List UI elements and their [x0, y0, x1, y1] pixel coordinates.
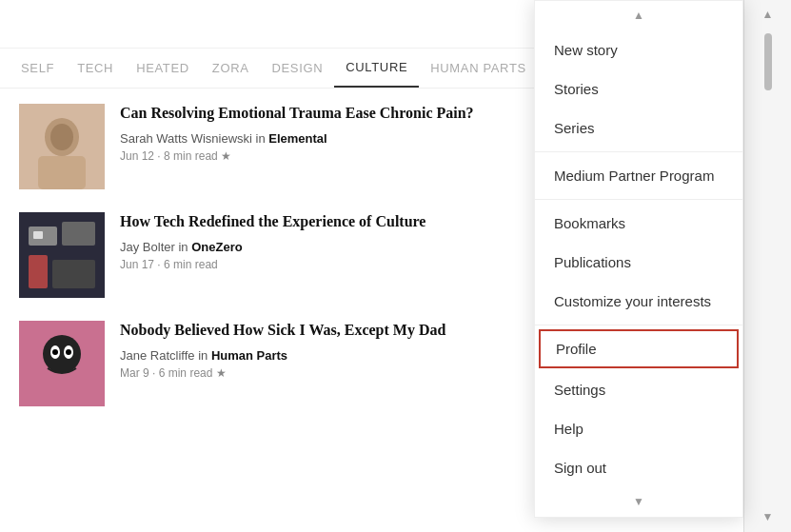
dropdown-customize[interactable]: Customize your interests — [535, 282, 742, 321]
nav-item-design[interactable]: DESIGN — [261, 49, 335, 87]
dropdown-help[interactable]: Help — [535, 409, 742, 448]
nav-item-human-parts[interactable]: HUMAN PARTS — [419, 49, 538, 87]
nav-item-self[interactable]: SELF — [10, 49, 66, 87]
scroll-down-arrow[interactable]: ▼ — [535, 487, 742, 517]
article-info-2: How Tech Redefined the Experience of Cul… — [120, 212, 563, 271]
article-author-1: Sarah Watts Wisniewski in Elemental — [120, 131, 563, 146]
article-thumb-2 — [19, 212, 105, 298]
article-info-1: Can Resolving Emotional Trauma Ease Chro… — [120, 104, 563, 163]
svg-point-20 — [66, 349, 71, 355]
nav-item-heated[interactable]: HEATED — [125, 49, 201, 87]
dropdown-sign-out[interactable]: Sign out — [535, 448, 742, 487]
dropdown-publications[interactable]: Publications — [535, 243, 742, 282]
dropdown-divider-2 — [535, 199, 742, 200]
article-author-3: Jane Ratcliffe in Human Parts — [120, 348, 563, 363]
article-title-1[interactable]: Can Resolving Emotional Trauma Ease Chro… — [120, 104, 563, 124]
article-author-2: Jay Bolter in OneZero — [120, 240, 563, 254]
article-meta-3: Mar 9 · 6 min read ★ — [120, 366, 563, 380]
article-image-3 — [19, 321, 105, 406]
scrollbar-thumb[interactable] — [764, 33, 772, 90]
article-meta-1: Jun 12 · 8 min read ★ — [120, 149, 563, 163]
nav-item-zora[interactable]: ZORA — [201, 49, 261, 87]
dropdown-series[interactable]: Series — [535, 108, 742, 148]
dropdown-partner-program[interactable]: Medium Partner Program — [535, 156, 742, 195]
article-list: Can Resolving Emotional Trauma Ease Chro… — [0, 89, 582, 532]
nav-item-culture[interactable]: CULTURE — [334, 49, 419, 88]
scroll-up-arrow[interactable]: ▲ — [535, 1, 742, 30]
svg-rect-12 — [29, 255, 48, 288]
article-card-2[interactable]: How Tech Redefined the Experience of Cul… — [19, 212, 563, 298]
article-thumb-1 — [19, 104, 105, 189]
scrollbar-down-arrow[interactable]: ▼ — [744, 502, 791, 532]
article-title-3[interactable]: Nobody Believed How Sick I Was, Except M… — [120, 321, 563, 341]
article-card-3[interactable]: Nobody Believed How Sick I Was, Except M… — [19, 321, 563, 406]
dropdown-divider-1 — [535, 151, 742, 152]
svg-rect-13 — [52, 260, 95, 288]
article-thumb-3 — [19, 321, 105, 406]
svg-point-16 — [43, 335, 81, 373]
svg-rect-7 — [38, 156, 86, 189]
svg-rect-11 — [62, 222, 95, 246]
dropdown-bookmarks[interactable]: Bookmarks — [535, 204, 742, 243]
dropdown-stories[interactable]: Stories — [535, 69, 742, 108]
scrollbar-track: ▲ ▼ — [743, 0, 791, 532]
article-meta-2: Jun 17 · 6 min read — [120, 258, 563, 271]
article-image-2 — [19, 212, 105, 298]
scrollbar-up-arrow[interactable]: ▲ — [744, 0, 791, 30]
article-info-3: Nobody Believed How Sick I Was, Except M… — [120, 321, 563, 380]
svg-point-8 — [50, 124, 73, 150]
dropdown-new-story[interactable]: New story — [535, 30, 742, 69]
article-image-1 — [19, 104, 105, 189]
dropdown-settings[interactable]: Settings — [535, 370, 742, 409]
svg-point-19 — [52, 349, 58, 355]
dropdown-profile[interactable]: Profile — [539, 329, 739, 368]
svg-rect-14 — [33, 231, 43, 239]
article-title-2[interactable]: How Tech Redefined the Experience of Cul… — [120, 212, 563, 232]
nav-item-tech[interactable]: TECH — [66, 49, 125, 87]
dropdown-divider-3 — [535, 325, 742, 325]
article-card-1[interactable]: Can Resolving Emotional Trauma Ease Chro… — [19, 104, 563, 189]
dropdown-menu: ▲ New story Stories Series Medium Partne… — [534, 0, 743, 518]
